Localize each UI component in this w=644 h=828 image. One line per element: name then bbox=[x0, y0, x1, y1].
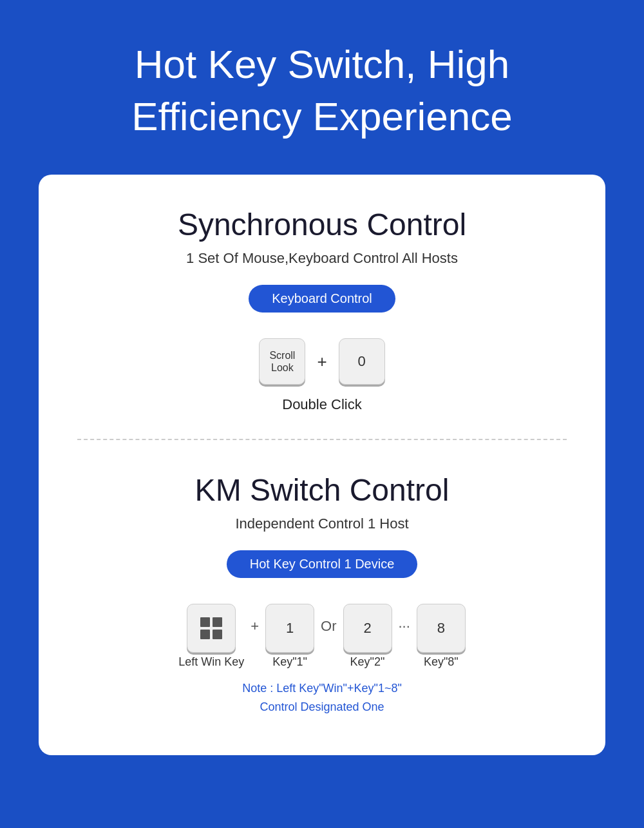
plus-operator: + bbox=[317, 352, 327, 372]
section-divider bbox=[77, 439, 567, 440]
scroll-key-col: Scroll Look bbox=[259, 338, 305, 385]
key2-col: 2 Key"2" bbox=[343, 604, 392, 669]
key1-label: Key"1" bbox=[272, 655, 307, 669]
scroll-key-combo: Scroll Look + 0 bbox=[77, 338, 567, 385]
note-line2: Control Designated One bbox=[77, 698, 567, 717]
double-click-label: Double Click bbox=[77, 396, 567, 413]
synchronous-title: Synchronous Control bbox=[77, 207, 567, 242]
scroll-look-key: Scroll Look bbox=[259, 338, 305, 385]
zero-key-col: 0 bbox=[339, 338, 385, 385]
zero-key: 0 bbox=[339, 338, 385, 385]
key1-col: 1 Key"1" bbox=[265, 604, 314, 669]
key8-button: 8 bbox=[417, 604, 466, 653]
win-key bbox=[187, 604, 236, 653]
keyboard-control-badge: Keyboard Control bbox=[249, 285, 395, 313]
win-key-col: Left Win Key bbox=[178, 604, 244, 669]
note-text: Note : Left Key"Win"+Key"1~8" Control De… bbox=[77, 679, 567, 717]
key2-button: 2 bbox=[343, 604, 392, 653]
main-card: Synchronous Control 1 Set Of Mouse,Keybo… bbox=[39, 175, 605, 755]
page-title: Hot Key Switch, High Efficiency Experien… bbox=[0, 0, 644, 175]
key8-label: Key"8" bbox=[424, 655, 459, 669]
or-text: Or bbox=[321, 604, 336, 635]
synchronous-section: Synchronous Control 1 Set Of Mouse,Keybo… bbox=[77, 207, 567, 413]
key8-col: 8 Key"8" bbox=[417, 604, 466, 669]
key1-button: 1 bbox=[265, 604, 314, 653]
km-badge-container: Hot Key Control 1 Device bbox=[77, 550, 567, 604]
km-switch-title: KM Switch Control bbox=[77, 472, 567, 508]
note-line1: Note : Left Key"Win"+Key"1~8" bbox=[77, 679, 567, 698]
km-switch-subtitle: Independent Control 1 Host bbox=[77, 515, 567, 532]
hot-key-control-badge: Hot Key Control 1 Device bbox=[227, 550, 418, 578]
plus-operator-km: + bbox=[251, 604, 259, 635]
synchronous-subtitle: 1 Set Of Mouse,Keyboard Control All Host… bbox=[77, 250, 567, 267]
km-keys-row: Left Win Key + 1 Key"1" Or 2 Key"2" ··· … bbox=[77, 604, 567, 669]
windows-icon bbox=[200, 617, 222, 639]
dots-separator: ··· bbox=[399, 604, 410, 635]
key2-label: Key"2" bbox=[350, 655, 385, 669]
win-key-label: Left Win Key bbox=[178, 655, 244, 669]
synchronous-badge-container: Keyboard Control bbox=[77, 285, 567, 338]
km-switch-section: KM Switch Control Independent Control 1 … bbox=[77, 466, 567, 717]
